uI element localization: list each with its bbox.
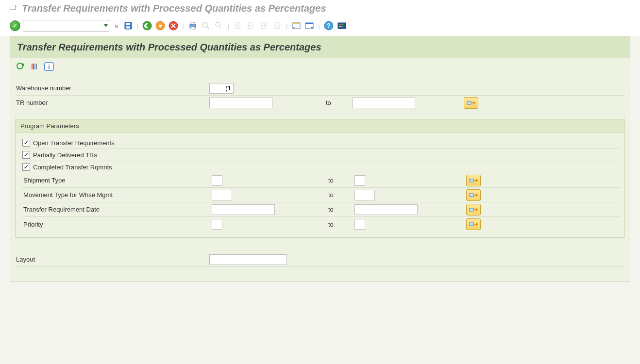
checkbox-partial-tr[interactable] — [22, 151, 30, 159]
svg-rect-37 — [470, 179, 473, 182]
row-movement-type: Movement Type for Whse Mgmt to — [22, 188, 620, 202]
new-session-button[interactable] — [291, 20, 302, 31]
app-toolbar: i — [10, 58, 630, 75]
get-variant-button[interactable] — [30, 61, 40, 72]
accept-button[interactable]: ✓ — [10, 20, 20, 31]
label-movement-type: Movement Type for Whse Mgmt — [22, 191, 212, 199]
svg-rect-27 — [339, 24, 341, 25]
label-completed-tr: Completed Transfer Rqmnts — [33, 164, 112, 171]
print-button[interactable] — [187, 20, 198, 31]
svg-rect-39 — [470, 208, 473, 211]
layout-menu-button[interactable] — [304, 20, 315, 31]
svg-rect-2 — [126, 23, 130, 25]
group-program-parameters: Program Parameters Open Transfer Require… — [15, 119, 625, 238]
label-tr-number: TR number — [15, 99, 209, 106]
collapse-icon[interactable]: « — [113, 22, 120, 30]
row-tr-number: TR number to — [15, 96, 625, 110]
window-titlebar: Transfer Requirements with Processed Qua… — [0, 0, 640, 18]
svg-rect-36 — [467, 101, 471, 104]
svg-rect-0 — [10, 5, 16, 10]
svg-rect-23 — [305, 23, 313, 24]
svg-rect-33 — [33, 64, 34, 69]
label-open-tr: Open Transfer Requirements — [33, 139, 115, 147]
label-priority: Priority — [22, 221, 212, 228]
back-button[interactable] — [142, 20, 152, 31]
input-tr-date-from[interactable] — [212, 204, 275, 215]
row-partial-tr: Partially Delivered TRs — [22, 149, 620, 161]
page: Transfer Requirements with Processed Qua… — [10, 36, 630, 282]
customize-button[interactable] — [337, 20, 347, 31]
row-open-tr: Open Transfer Requirements — [22, 137, 620, 149]
input-tr-number-from[interactable] — [209, 98, 272, 108]
command-field[interactable] — [23, 20, 110, 32]
input-shipment-type-from[interactable] — [212, 175, 222, 186]
svg-rect-40 — [470, 223, 473, 226]
svg-rect-9 — [191, 27, 195, 29]
exit-button[interactable] — [155, 20, 166, 31]
prev-page-button — [246, 20, 256, 31]
multi-select-tr-date[interactable] — [466, 204, 481, 215]
multi-select-movement-type[interactable] — [466, 189, 481, 201]
svg-rect-3 — [126, 26, 130, 29]
input-shipment-type-to[interactable] — [354, 175, 365, 186]
input-layout[interactable] — [209, 254, 287, 265]
svg-point-21 — [293, 27, 295, 29]
label-partial-tr: Partially Delivered TRs — [33, 151, 97, 159]
svg-rect-29 — [339, 26, 341, 27]
find-next-button: + — [214, 20, 224, 31]
label-warehouse-number: Warehouse number — [15, 84, 209, 92]
row-priority: Priority to — [22, 217, 620, 232]
info-button[interactable]: i — [44, 62, 54, 71]
to-label: to — [323, 191, 354, 199]
svg-rect-20 — [292, 23, 300, 24]
multi-select-tr-number[interactable] — [464, 97, 478, 109]
checkbox-completed-tr[interactable] — [22, 163, 30, 171]
to-label: to — [323, 206, 354, 213]
last-page-button — [272, 20, 283, 31]
row-tr-date: Transfer Requirement Date to — [22, 202, 620, 217]
svg-rect-28 — [341, 24, 343, 25]
find-button — [201, 20, 211, 31]
label-layout: Layout — [15, 256, 209, 263]
input-tr-date-to[interactable] — [354, 204, 418, 215]
svg-line-11 — [207, 27, 209, 29]
input-movement-type-to[interactable] — [354, 190, 375, 200]
to-label: to — [323, 177, 354, 184]
checkbox-open-tr[interactable] — [22, 139, 30, 147]
svg-point-10 — [202, 22, 207, 27]
svg-rect-32 — [32, 64, 33, 69]
first-page-button — [233, 20, 243, 31]
selection-screen: Warehouse number TR number to Program Pa… — [10, 75, 630, 282]
multi-select-priority[interactable] — [466, 218, 481, 230]
svg-rect-30 — [341, 26, 343, 27]
window-title: Transfer Requirements with Processed Qua… — [22, 3, 326, 14]
svg-text:?: ? — [327, 22, 330, 29]
row-warehouse-number: Warehouse number — [15, 81, 625, 96]
help-button[interactable]: ? — [323, 20, 334, 31]
input-priority-from[interactable] — [212, 219, 222, 230]
window-menu-icon[interactable] — [10, 4, 17, 13]
multi-select-shipment-type[interactable] — [466, 175, 481, 186]
execute-button[interactable] — [15, 61, 26, 72]
chevron-down-icon — [104, 24, 108, 27]
svg-rect-35 — [36, 64, 37, 69]
next-page-button — [259, 20, 269, 31]
svg-text:+: + — [220, 22, 222, 26]
input-priority-to[interactable] — [354, 219, 365, 230]
svg-rect-8 — [191, 22, 195, 24]
page-title: Transfer Requirements with Processed Qua… — [17, 42, 321, 52]
input-tr-number-to[interactable] — [352, 98, 415, 108]
page-header: Transfer Requirements with Processed Qua… — [10, 36, 630, 58]
label-shipment-type: Shipment Type — [22, 177, 212, 184]
cancel-button[interactable] — [168, 20, 179, 31]
input-warehouse-number[interactable] — [209, 83, 234, 94]
label-tr-date: Transfer Requirement Date — [22, 206, 212, 213]
input-movement-type-from[interactable] — [212, 190, 232, 200]
row-completed-tr: Completed Transfer Rqmnts — [22, 161, 620, 173]
row-layout: Layout — [15, 252, 625, 267]
to-label: to — [323, 221, 354, 228]
save-button[interactable] — [123, 20, 134, 31]
svg-point-12 — [216, 22, 219, 26]
svg-rect-38 — [470, 194, 473, 197]
main-toolbar: ✓ « | | + | | | ? — [0, 18, 640, 36]
